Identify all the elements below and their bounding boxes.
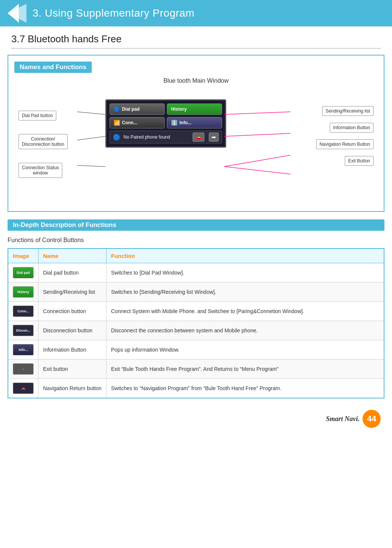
connection-label: Connection/Disconnection button	[19, 134, 68, 149]
table-cell-image: Info...	[8, 340, 39, 360]
ui-window-panel: 🔵 Dial pad History 📶 Conn...	[105, 99, 222, 148]
nav-icon-button[interactable]: 🚗	[193, 133, 204, 142]
svg-line-7	[224, 155, 290, 167]
table-row: 🚗Navigation Return buttonSwitches to “Na…	[8, 379, 384, 398]
indepth-label: In-Depth Description of Functions	[8, 219, 384, 231]
page-footer: Smart Navi. 44	[0, 402, 392, 435]
arrow-icon	[8, 4, 26, 23]
right-annot-nav-return: Navigation Return Button	[290, 139, 373, 149]
bluetooth-main-window: 🔵 Dial pad History 📶 Conn...	[105, 99, 226, 148]
names-functions-section: Names and Functions Blue tooth Main Wind…	[8, 55, 384, 212]
right-annot-sending: Sending/Receiving list	[290, 106, 373, 116]
table-cell-image: Discon...	[8, 321, 39, 340]
svg-marker-1	[8, 4, 19, 23]
table-row: HistorySending/Receiving listSwitches to…	[8, 282, 384, 302]
table-row: Info...Information ButtonPops up informa…	[8, 340, 384, 360]
status-row: 🔵 No Paired phone found 🚗 ➡	[110, 131, 222, 144]
functions-table: Image Name Function Dial padDial pad but…	[8, 248, 384, 398]
svg-line-5	[224, 112, 290, 114]
section-divider	[11, 48, 381, 49]
no-paired-phone-text: No Paired phone found	[123, 134, 188, 140]
table-cell-function: Disconnect the connection between system…	[106, 321, 384, 340]
right-annot-exit: Exit Button	[290, 156, 373, 166]
left-annot-status: Connection Statuswindow	[19, 163, 94, 178]
names-functions-label: Names and Functions	[14, 62, 92, 73]
dialpad-button[interactable]: 🔵 Dial pad	[110, 103, 165, 115]
history-button[interactable]: History	[167, 103, 222, 115]
col-header-image: Image	[8, 249, 39, 263]
table-cell-image: History	[8, 282, 39, 302]
exit-button-label: Exit Button	[345, 156, 373, 166]
table-cell-image: Conn...	[8, 302, 39, 321]
right-annot-info-button: Information Button	[290, 123, 373, 133]
navigation-return-label: Navigation Return Button	[316, 139, 373, 149]
table-row: →Exit buttonExit “Bule Tooth Hands Free …	[8, 360, 384, 379]
table-cell-image: 🚗	[8, 379, 39, 398]
table-row: Conn...Connection buttonConnect System w…	[8, 302, 384, 321]
bluetooth-main-label: Blue tooth Main Window	[14, 77, 378, 84]
table-cell-function: Exit “Bule Tooth Hands Free Program”. An…	[106, 360, 384, 379]
table-cell-image: Dial pad	[8, 263, 39, 282]
table-cell-name: Sending/Receiving list	[39, 282, 106, 302]
table-cell-name: Disconnection button	[39, 321, 106, 340]
svg-line-6	[224, 133, 290, 136]
table-cell-name: Connection button	[39, 302, 106, 321]
table-cell-name: Dial pad button	[39, 263, 106, 282]
page-header: 3. Using Supplementary Program	[0, 0, 392, 26]
diagram-wrapper: Dial Pad button Connection/Disconnection…	[19, 92, 373, 201]
svg-line-8	[224, 167, 290, 174]
table-cell-function: Switches to [Sending/Receiving list Wind…	[106, 282, 384, 302]
exit-icon-button[interactable]: ➡	[209, 133, 219, 142]
table-cell-function: Connect System with Mobile Phone. and Sw…	[106, 302, 384, 321]
left-annot-dialpad: Dial Pad button	[19, 111, 94, 120]
table-cell-function: Pops up information Window.	[106, 340, 384, 360]
bluetooth-status-icon: 🔵	[113, 134, 120, 141]
table-cell-name: Navigation Return button	[39, 379, 106, 398]
dial-pad-label: Dial Pad button	[19, 111, 56, 120]
information-button-label: Information Button	[330, 123, 373, 133]
page-number-badge: 44	[363, 410, 381, 428]
ui-row-2: 📶 Conn... ℹ️ Info...	[110, 117, 222, 128]
right-annotations: Sending/Receiving list Information Butto…	[290, 96, 373, 173]
ui-row-1: 🔵 Dial pad History	[110, 103, 222, 115]
diagram-container: Dial Pad button Connection/Disconnection…	[14, 88, 378, 205]
brand-name: Smart Navi.	[326, 415, 360, 423]
header-title: 3. Using Supplementary Program	[32, 7, 194, 19]
sending-receiving-label: Sending/Receiving list	[322, 106, 373, 116]
section-title: 3.7 Bluetooth hands Free	[0, 26, 392, 48]
table-row: Discon...Disconnection buttonDisconnect …	[8, 321, 384, 340]
table-cell-name: Information Button	[39, 340, 106, 360]
table-cell-function: Switches to [Dial Pad Window].	[106, 263, 384, 282]
info-button[interactable]: ℹ️ Info...	[167, 117, 222, 128]
col-header-name: Name	[39, 249, 106, 263]
left-annotations: Dial Pad button Connection/Disconnection…	[19, 99, 94, 191]
functions-title: Functions of Control Buttons	[8, 237, 384, 244]
table-header-row: Image Name Function	[8, 249, 384, 263]
table-cell-function: Switches to “Navigation Program” from “B…	[106, 379, 384, 398]
left-annot-connection: Connection/Disconnection button	[19, 134, 94, 149]
col-header-function: Function	[106, 249, 384, 263]
table-row: Dial padDial pad buttonSwitches to [Dial…	[8, 263, 384, 282]
connection-status-label: Connection Statuswindow	[19, 163, 62, 178]
connection-button[interactable]: 📶 Conn...	[110, 117, 165, 128]
table-cell-name: Exit button	[39, 360, 106, 379]
table-cell-image: →	[8, 360, 39, 379]
